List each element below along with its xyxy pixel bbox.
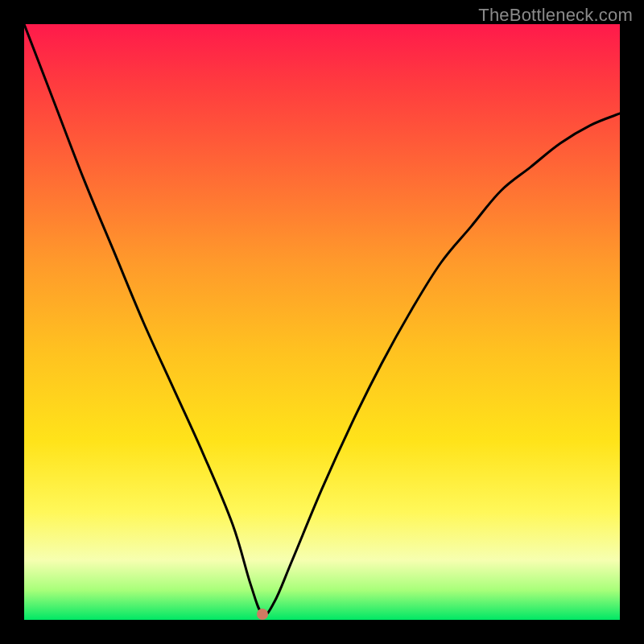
plot-area <box>24 24 620 620</box>
chart-frame: TheBottleneck.com <box>0 0 644 644</box>
watermark-text: TheBottleneck.com <box>478 5 633 26</box>
minimum-marker-dot <box>257 609 268 620</box>
bottleneck-curve <box>24 24 620 620</box>
